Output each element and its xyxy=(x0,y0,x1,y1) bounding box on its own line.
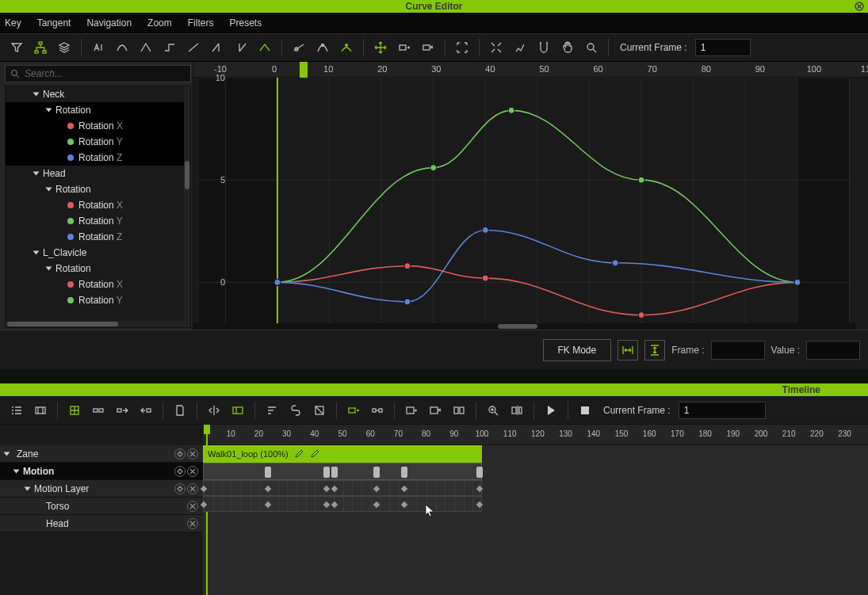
tl-addkey-icon[interactable] xyxy=(343,400,364,421)
tree-item[interactable]: Rotation Y xyxy=(6,292,184,308)
expand-icon[interactable] xyxy=(33,251,40,255)
tangent-spline-icon[interactable] xyxy=(112,37,132,58)
tree-item[interactable]: Rotation Z xyxy=(6,229,184,245)
tl-link-icon[interactable] xyxy=(285,400,306,421)
key-diamond[interactable] xyxy=(476,502,483,508)
expand-icon[interactable] xyxy=(46,188,52,192)
menu-zoom[interactable]: Zoom xyxy=(147,17,172,29)
keyframe[interactable] xyxy=(476,467,483,478)
hierarchy-icon[interactable] xyxy=(30,37,51,58)
tl-split-icon[interactable] xyxy=(449,400,469,421)
graph-playhead[interactable] xyxy=(300,62,308,78)
key-diamond[interactable] xyxy=(476,486,483,492)
graph-time-ruler[interactable]: -100102030405060708090100110 xyxy=(193,62,868,78)
layers-icon[interactable] xyxy=(54,37,75,58)
remove-icon[interactable] xyxy=(187,483,198,494)
filter-icon[interactable] xyxy=(6,37,27,58)
tl-clip-icon[interactable] xyxy=(30,400,51,421)
pan-icon[interactable] xyxy=(557,37,578,58)
tree-item[interactable]: Rotation xyxy=(6,261,184,277)
normalize-icon[interactable] xyxy=(510,37,530,58)
remove-icon[interactable] xyxy=(187,448,198,460)
menu-key[interactable]: Key xyxy=(5,17,21,29)
search-box[interactable] xyxy=(5,65,191,82)
tree-item[interactable]: Rotation X xyxy=(6,277,184,292)
search-input[interactable] xyxy=(25,68,185,79)
tree-scrollbar-h[interactable] xyxy=(6,321,184,327)
keyframe[interactable] xyxy=(265,467,271,478)
remove-icon[interactable] xyxy=(187,518,198,529)
track-torso[interactable]: Torso xyxy=(0,498,203,515)
delete-key-icon[interactable] xyxy=(418,37,438,58)
tl-snap-icon[interactable] xyxy=(64,400,85,421)
expand-icon[interactable] xyxy=(46,109,52,113)
remove-icon[interactable] xyxy=(187,466,198,477)
tree-item[interactable]: Rotation Y xyxy=(6,213,184,229)
tree-item[interactable]: Rotation X xyxy=(6,197,184,213)
curve-canvas[interactable] xyxy=(193,78,855,323)
tangent-auto-icon[interactable] xyxy=(88,37,109,58)
expand-icon[interactable] xyxy=(25,486,31,490)
hierarchy-tree[interactable]: NeckRotationRotation XRotation YRotation… xyxy=(5,86,191,328)
keyframe[interactable] xyxy=(373,467,380,478)
head-track[interactable] xyxy=(203,496,482,512)
expand-icon[interactable] xyxy=(13,469,20,473)
visibility-icon[interactable] xyxy=(174,466,185,477)
expand-icon[interactable] xyxy=(33,172,40,176)
menu-presets[interactable]: Presets xyxy=(229,17,262,29)
fit-vertical-icon[interactable] xyxy=(644,340,665,360)
fk-mode-button[interactable]: FK Mode xyxy=(543,339,612,361)
tree-item[interactable]: L_Clavicle xyxy=(6,245,184,261)
expand-icon[interactable] xyxy=(46,267,52,271)
frame-selected-icon[interactable] xyxy=(486,37,507,58)
play-button[interactable] xyxy=(541,400,561,421)
tl-insert2-icon[interactable] xyxy=(136,400,156,421)
tangent-linear-icon[interactable] xyxy=(136,37,156,58)
menu-tangent[interactable]: Tangent xyxy=(37,17,71,29)
visibility-icon[interactable] xyxy=(174,448,185,460)
torso-track[interactable] xyxy=(203,480,482,496)
pencil-icon[interactable] xyxy=(293,448,304,460)
menu-navigation[interactable]: Navigation xyxy=(86,17,132,29)
graph-area[interactable]: -100102030405060708090100110 0510 xyxy=(193,62,868,330)
motion-clip[interactable]: Walk01_loop (100%) xyxy=(203,445,482,463)
tl-zoom-icon[interactable] xyxy=(483,400,503,421)
move-tool-icon[interactable] xyxy=(370,37,391,58)
pencil-icon[interactable] xyxy=(309,448,320,460)
tl-mirror-icon[interactable] xyxy=(204,400,224,421)
expand-icon[interactable] xyxy=(4,452,10,456)
key-diamond[interactable] xyxy=(373,502,380,508)
track-zane[interactable]: Zane xyxy=(0,445,203,463)
tl-linkkey-icon[interactable] xyxy=(367,400,388,421)
tl-range-icon[interactable] xyxy=(228,400,248,421)
track-motion[interactable]: Motion xyxy=(0,463,203,480)
tangent-break-icon[interactable] xyxy=(254,37,275,58)
tl-current-frame-input[interactable] xyxy=(679,402,766,419)
keyframe[interactable] xyxy=(331,467,338,478)
tl-fit-icon[interactable] xyxy=(507,400,527,421)
tangent-in-icon[interactable] xyxy=(207,37,228,58)
tree-scrollbar-v[interactable] xyxy=(184,86,190,327)
expand-icon[interactable] xyxy=(33,93,40,97)
key-diamond[interactable] xyxy=(265,502,271,508)
tangent-flat-icon[interactable] xyxy=(183,37,204,58)
tl-insert-icon[interactable] xyxy=(112,400,132,421)
fit-horizontal-icon[interactable] xyxy=(618,340,638,360)
tl-sort-icon[interactable] xyxy=(262,400,282,421)
key-diamond[interactable] xyxy=(265,486,271,492)
tangent-step-icon[interactable] xyxy=(159,37,180,58)
tree-item[interactable]: Rotation xyxy=(6,181,184,197)
tl-doc-icon[interactable] xyxy=(170,400,190,421)
tl-ripple-icon[interactable] xyxy=(88,400,109,421)
keyframe[interactable] xyxy=(401,467,407,478)
tree-item[interactable]: Rotation xyxy=(6,102,184,118)
add-key-icon[interactable] xyxy=(394,37,415,58)
key-diamond[interactable] xyxy=(331,502,338,508)
remove-icon[interactable] xyxy=(187,501,198,512)
track-head[interactable]: Head xyxy=(0,515,203,532)
tl-addtrack-icon[interactable] xyxy=(401,400,422,421)
frame-all-icon[interactable] xyxy=(452,37,472,58)
snap-icon[interactable] xyxy=(533,37,554,58)
tree-item[interactable]: Head xyxy=(6,166,184,181)
tree-item[interactable]: Rotation Z xyxy=(6,150,184,166)
